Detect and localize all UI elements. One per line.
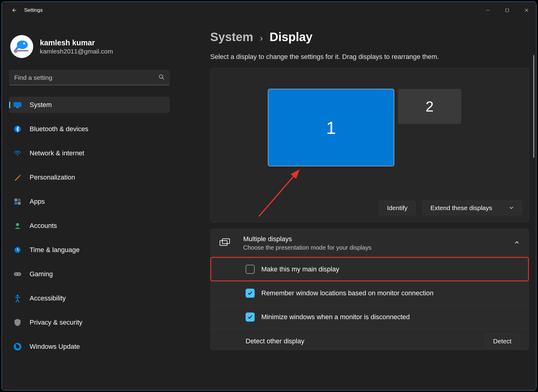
main-content: System › Display Select a display to cha… xyxy=(177,19,536,390)
wifi-icon xyxy=(13,149,22,157)
breadcrumb-current: Display xyxy=(269,30,312,44)
nav-update[interactable]: Windows Update xyxy=(9,339,170,355)
nav-label: Accessibility xyxy=(30,294,66,302)
multiple-displays-panel: Multiple displays Choose the presentatio… xyxy=(210,229,529,350)
profile-email: kamlesh2011@gmail.com xyxy=(40,48,113,55)
nav-label: Bluetooth & devices xyxy=(30,125,88,133)
breadcrumb: System › Display xyxy=(210,30,529,44)
close-button[interactable] xyxy=(517,2,536,19)
window-controls xyxy=(478,2,536,19)
panel-subtitle: Choose the presentation mode for your di… xyxy=(243,244,372,251)
nav-label: Privacy & security xyxy=(30,319,82,326)
display-mode-label: Extend these displays xyxy=(430,204,492,212)
system-icon xyxy=(13,101,22,109)
display-mode-dropdown[interactable]: Extend these displays xyxy=(422,201,522,215)
svg-rect-13 xyxy=(14,199,17,201)
profile-name: kamlesh kumar xyxy=(40,38,113,47)
display-2[interactable]: 2 xyxy=(398,89,461,124)
svg-rect-14 xyxy=(18,199,21,201)
svg-rect-9 xyxy=(16,107,19,108)
profile-block[interactable]: kamlesh kumar kamlesh2011@gmail.com xyxy=(10,35,169,58)
svg-line-7 xyxy=(163,78,164,79)
titlebar: Settings xyxy=(2,2,536,19)
svg-line-25 xyxy=(259,171,298,216)
panel-title: Multiple displays xyxy=(243,235,372,243)
svg-rect-8 xyxy=(14,102,21,107)
main-display-checkbox[interactable] xyxy=(246,265,255,274)
maximize-button[interactable] xyxy=(498,2,517,19)
multiple-displays-header[interactable]: Multiple displays Choose the presentatio… xyxy=(211,229,529,257)
nav-gaming[interactable]: Gaming xyxy=(9,266,170,282)
scrollbar[interactable] xyxy=(533,55,534,158)
minimize-button[interactable] xyxy=(478,2,498,19)
nav-label: Accounts xyxy=(30,222,57,230)
svg-rect-16 xyxy=(18,202,21,205)
display-hint: Select a display to change the settings … xyxy=(210,53,529,61)
svg-point-22 xyxy=(17,295,18,296)
avatar xyxy=(10,35,33,58)
svg-point-4 xyxy=(23,43,25,44)
nav-label: Time & language xyxy=(30,246,80,254)
chevron-right-icon: › xyxy=(260,33,263,43)
chevron-down-icon xyxy=(509,204,514,212)
option-main-display[interactable]: Make this my main display xyxy=(211,257,529,281)
option-label: Make this my main display xyxy=(261,265,339,273)
svg-point-21 xyxy=(18,274,20,275)
search-input[interactable] xyxy=(14,74,159,81)
nav-list: System Bluetooth & devices Network & int… xyxy=(9,97,170,355)
display-2-label: 2 xyxy=(426,98,434,115)
display-1[interactable]: 1 xyxy=(268,89,394,166)
nav-privacy[interactable]: Privacy & security xyxy=(9,314,170,331)
app-title: Settings xyxy=(24,7,43,13)
detect-button-label: Detect xyxy=(493,338,511,345)
svg-point-17 xyxy=(16,223,19,226)
option-remember-locations[interactable]: Remember window locations based on monit… xyxy=(211,281,529,305)
bluetooth-icon xyxy=(13,125,22,133)
nav-bluetooth[interactable]: Bluetooth & devices xyxy=(9,121,170,137)
chevron-up-icon xyxy=(514,240,520,247)
breadcrumb-parent[interactable]: System xyxy=(210,30,253,44)
detect-button[interactable]: Detect xyxy=(485,334,520,348)
svg-rect-27 xyxy=(222,239,230,244)
svg-rect-19 xyxy=(14,272,21,276)
gaming-icon xyxy=(13,270,22,278)
nav-label: Apps xyxy=(30,198,45,206)
nav-personalization[interactable]: Personalization xyxy=(9,169,170,186)
person-icon xyxy=(13,222,22,230)
display-arrangement: 1 2 Identify Extend these displa xyxy=(210,68,529,222)
clock-icon xyxy=(13,246,22,254)
annotation-arrow xyxy=(253,162,313,222)
sidebar: kamlesh kumar kamlesh2011@gmail.com Syst… xyxy=(2,19,177,390)
svg-point-11 xyxy=(17,154,18,156)
display-1-label: 1 xyxy=(326,118,336,138)
option-label: Remember window locations based on monit… xyxy=(261,289,433,297)
svg-point-5 xyxy=(14,50,17,53)
shield-icon xyxy=(13,318,22,327)
update-icon xyxy=(13,342,22,351)
svg-point-20 xyxy=(15,274,17,275)
identify-label: Identify xyxy=(387,204,408,212)
nav-accessibility[interactable]: Accessibility xyxy=(9,290,170,306)
option-label: Minimize windows when a monitor is disco… xyxy=(261,313,410,321)
nav-accounts[interactable]: Accounts xyxy=(9,218,170,234)
minimize-checkbox[interactable] xyxy=(246,313,255,322)
svg-rect-1 xyxy=(506,9,509,12)
back-button[interactable] xyxy=(5,2,22,19)
nav-apps[interactable]: Apps xyxy=(9,193,170,210)
svg-rect-26 xyxy=(220,241,227,245)
nav-network[interactable]: Network & internet xyxy=(9,145,170,161)
search-box[interactable] xyxy=(9,70,170,85)
nav-label: Windows Update xyxy=(30,343,80,351)
option-minimize-disconnect[interactable]: Minimize windows when a monitor is disco… xyxy=(211,305,529,329)
nav-time[interactable]: Time & language xyxy=(9,242,170,258)
identify-button[interactable]: Identify xyxy=(379,201,416,215)
nav-label: Gaming xyxy=(30,270,53,278)
brush-icon xyxy=(13,173,22,182)
nav-label: Personalization xyxy=(30,173,75,181)
settings-window: Settings xyxy=(2,2,536,390)
accessibility-icon xyxy=(13,294,22,303)
nav-system[interactable]: System xyxy=(9,97,170,113)
remember-checkbox[interactable] xyxy=(246,289,255,298)
apps-icon xyxy=(13,197,22,206)
svg-rect-15 xyxy=(14,202,17,205)
